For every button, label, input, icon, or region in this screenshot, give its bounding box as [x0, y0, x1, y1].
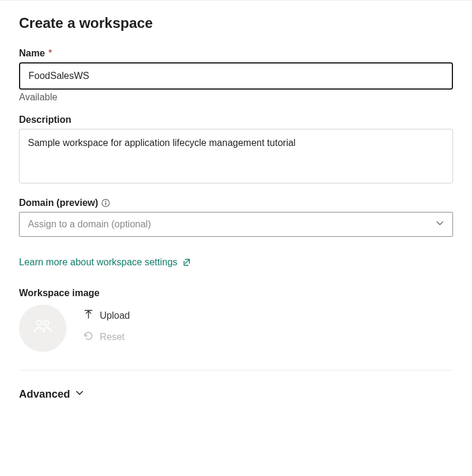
svg-point-1	[105, 201, 106, 202]
upload-label: Upload	[100, 310, 130, 321]
domain-label: Domain (preview)	[19, 198, 453, 208]
name-input[interactable]	[19, 62, 453, 90]
workspace-image-actions: Upload Reset	[83, 304, 130, 344]
page-title: Create a workspace	[19, 15, 453, 31]
domain-dropdown[interactable]: Assign to a domain (optional)	[19, 212, 453, 237]
info-icon[interactable]	[102, 199, 110, 207]
advanced-toggle[interactable]: Advanced	[19, 388, 84, 401]
workspace-image-section: Workspace image	[19, 288, 453, 352]
domain-field-group: Domain (preview) Assign to a domain (opt…	[19, 198, 453, 237]
name-availability-status: Available	[19, 92, 453, 103]
required-indicator: *	[49, 48, 52, 59]
advanced-label: Advanced	[19, 388, 70, 401]
workspace-image-placeholder	[19, 304, 66, 352]
description-input[interactable]	[19, 129, 453, 183]
divider	[19, 370, 453, 370]
upload-button[interactable]: Upload	[83, 309, 130, 322]
name-label-text: Name	[19, 48, 45, 59]
domain-label-text: Domain (preview)	[19, 198, 98, 208]
name-field-group: Name * Available	[19, 48, 453, 103]
chevron-down-icon	[436, 219, 444, 230]
workspace-image-label: Workspace image	[19, 288, 453, 299]
description-label: Description	[19, 115, 453, 125]
people-icon	[31, 316, 54, 341]
workspace-image-row: Upload Reset	[19, 304, 453, 352]
chevron-down-icon	[75, 388, 84, 401]
description-field-group: Description	[19, 115, 453, 186]
upload-icon	[83, 309, 94, 322]
svg-point-4	[44, 320, 49, 325]
external-link-icon	[182, 258, 192, 267]
learn-more-link[interactable]: Learn more about workspace settings	[19, 257, 192, 268]
svg-rect-2	[106, 202, 107, 205]
reset-button[interactable]: Reset	[83, 331, 130, 344]
svg-point-3	[37, 320, 42, 325]
name-label: Name *	[19, 48, 453, 59]
reset-icon	[83, 331, 94, 344]
reset-label: Reset	[100, 332, 125, 342]
description-label-text: Description	[19, 115, 71, 125]
learn-more-text: Learn more about workspace settings	[19, 257, 178, 268]
domain-dropdown-placeholder: Assign to a domain (optional)	[28, 219, 151, 230]
